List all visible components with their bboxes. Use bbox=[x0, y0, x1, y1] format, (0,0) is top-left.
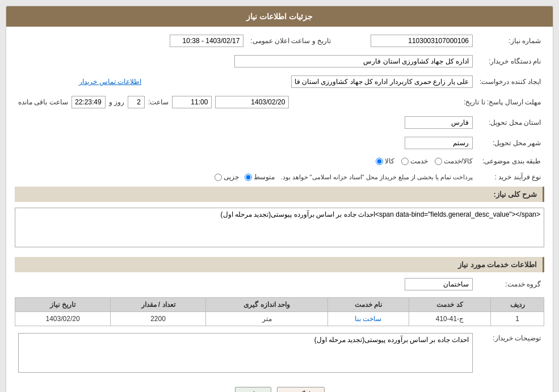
purchase-jozii-text: جزیی bbox=[224, 173, 239, 181]
col-header-name: نام خدمت bbox=[328, 298, 409, 312]
deadline-date-input[interactable] bbox=[215, 96, 289, 108]
card-body: شماره نیاز: تاریخ و ساعت اعلان عمومی: نا… bbox=[6, 27, 553, 392]
info-table-province: استان محل تحویل: bbox=[15, 114, 544, 131]
deadline-days-input[interactable] bbox=[128, 96, 145, 108]
info-table-deadline: مهلت ارسال پاسخ: تا تاریخ: ساعت باقی مان… bbox=[15, 94, 544, 111]
buyer-desc-label: توضیحات خریدار: bbox=[476, 331, 544, 377]
category-label: طبقه بندی موضوعی: bbox=[476, 155, 544, 167]
category-kala-radio[interactable] bbox=[376, 158, 383, 165]
category-khedmat-label[interactable]: خدمت bbox=[401, 157, 428, 165]
info-table-top: شماره نیاز: تاریخ و ساعت اعلان عمومی: bbox=[15, 32, 544, 49]
cell-date: 1403/02/20 bbox=[15, 312, 111, 326]
purchase-jozii-label[interactable]: جزیی bbox=[215, 173, 239, 181]
purchase-jozii-radio[interactable] bbox=[215, 174, 222, 181]
contact-link[interactable]: اطلاعات تماس خریدار bbox=[79, 78, 141, 86]
category-kala-khedmat-label[interactable]: کالا/خدمت bbox=[435, 157, 473, 165]
page-wrapper: جزئیات اطلاعات نیاز شماره نیاز: تاریخ و … bbox=[0, 0, 559, 392]
col-header-date: تاریخ نیاز bbox=[15, 298, 111, 312]
services-section-label: اطلاعات خدمات مورد نیاز bbox=[458, 260, 537, 269]
services-table: ردیف کد خدمت نام خدمت واحد اندازه گیری ت… bbox=[15, 297, 544, 326]
category-khedmat-radio[interactable] bbox=[401, 158, 409, 165]
need-number-label: شماره نیاز: bbox=[476, 32, 544, 49]
table-row: 1 ج-41-410 ساخت بنا متر 2200 1403/02/20 bbox=[15, 312, 544, 326]
col-header-code: کد خدمت bbox=[409, 298, 491, 312]
info-table-creator: ایجاد کننده درخواست: اطلاعات تماس خریدار bbox=[15, 73, 544, 90]
general-desc-textarea[interactable]: <span data-bind="fields.general_desc_val… bbox=[15, 208, 544, 247]
cell-name: ساخت بنا bbox=[328, 312, 409, 326]
deadline-time-label: ساعت: bbox=[148, 98, 169, 106]
purchase-metavaset-label[interactable]: متوسط bbox=[245, 173, 275, 181]
category-kala-khedmat-radio[interactable] bbox=[435, 158, 442, 165]
card-header: جزئیات اطلاعات نیاز bbox=[6, 6, 553, 27]
creator-input[interactable] bbox=[291, 75, 473, 88]
general-desc-label: شرح کلی نیاز: bbox=[493, 190, 537, 199]
purchase-metavaset-text: متوسط bbox=[254, 173, 275, 181]
col-header-unit: واحد اندازه گیری bbox=[205, 298, 327, 312]
info-table-org: نام دستگاه خریدار: bbox=[15, 53, 544, 70]
buyer-org-label: نام دستگاه خریدار: bbox=[476, 53, 544, 70]
buyer-org-input[interactable] bbox=[234, 55, 473, 68]
need-number-input[interactable] bbox=[371, 35, 473, 47]
city-input[interactable] bbox=[405, 137, 473, 149]
cell-qty: 2200 bbox=[111, 312, 206, 326]
category-kala-text: کالا bbox=[385, 157, 394, 165]
purchase-type-label: نوع فرآیند خرید : bbox=[476, 171, 544, 183]
category-khedmat-text: خدمت bbox=[410, 157, 428, 165]
cell-code: ج-41-410 bbox=[409, 312, 491, 326]
cell-unit: متر bbox=[205, 312, 327, 326]
back-button[interactable]: بازگشت bbox=[277, 387, 325, 392]
general-desc-section-title: شرح کلی نیاز: bbox=[15, 187, 544, 202]
bottom-buttons: بازگشت چاپ bbox=[15, 380, 544, 392]
purchase-note: پرداخت تمام یا بخشی از مبلغ خریداز محل "… bbox=[280, 174, 473, 181]
announce-datetime-input[interactable] bbox=[170, 35, 243, 47]
main-card: جزئیات اطلاعات نیاز شماره نیاز: تاریخ و … bbox=[6, 6, 553, 392]
city-label: شهر محل تحویل: bbox=[476, 134, 544, 151]
info-table-purchase-type: نوع فرآیند خرید : پرداخت تمام یا بخشی از… bbox=[15, 171, 544, 183]
info-table-buyer-desc: توضیحات خریدار: احداث جاده بر اساس برآور… bbox=[15, 331, 544, 377]
info-table-category: طبقه بندی موضوعی: کالا خدمت bbox=[15, 155, 544, 167]
col-header-row: ردیف bbox=[491, 298, 544, 312]
service-group-label: گروه خدمت: bbox=[476, 276, 544, 293]
general-desc-container: <span data-bind="fields.general_desc_val… bbox=[15, 205, 544, 254]
deadline-time-input[interactable] bbox=[172, 96, 212, 108]
announce-datetime-label: تاریخ و ساعت اعلان عمومی: bbox=[247, 32, 334, 49]
province-input[interactable] bbox=[405, 116, 473, 129]
info-table-service-group: گروه خدمت: bbox=[15, 276, 544, 293]
remaining-time-label: ساعت باقی مانده bbox=[18, 98, 68, 106]
deadline-day-label: روز و bbox=[109, 98, 124, 106]
category-kala-khedmat-text: کالا/خدمت bbox=[444, 157, 473, 165]
remaining-time-input[interactable] bbox=[72, 96, 106, 108]
service-group-input[interactable] bbox=[405, 278, 473, 290]
info-table-city: شهر محل تحویل: bbox=[15, 134, 544, 151]
col-header-qty: تعداد / مقدار bbox=[111, 298, 206, 312]
print-button[interactable]: چاپ bbox=[235, 387, 271, 392]
creator-label: ایجاد کننده درخواست: bbox=[476, 73, 544, 90]
page-title: جزئیات اطلاعات نیاز bbox=[246, 12, 313, 21]
services-section-title: اطلاعات خدمات مورد نیاز bbox=[15, 257, 544, 272]
purchase-metavaset-radio[interactable] bbox=[245, 174, 252, 181]
category-kala-label[interactable]: کالا bbox=[376, 157, 394, 165]
buyer-desc-textarea[interactable]: احداث جاده بر اساس برآورده پیوستی(تجدید … bbox=[18, 333, 473, 373]
cell-row: 1 bbox=[491, 312, 544, 326]
province-label: استان محل تحویل: bbox=[476, 114, 544, 131]
deadline-label: مهلت ارسال پاسخ: تا تاریخ: bbox=[460, 94, 544, 111]
